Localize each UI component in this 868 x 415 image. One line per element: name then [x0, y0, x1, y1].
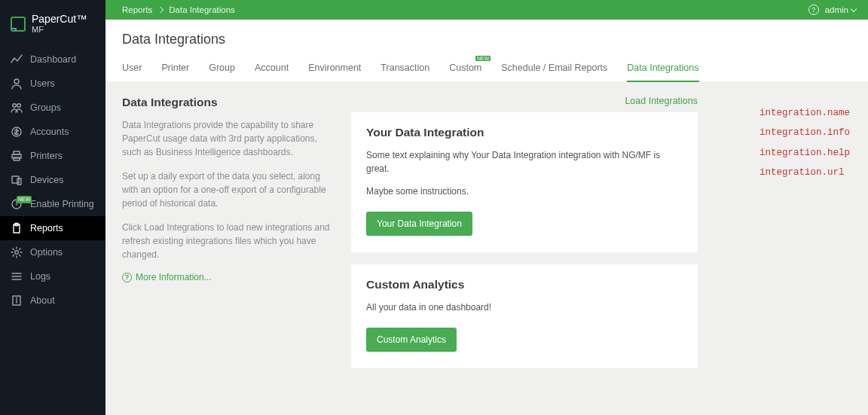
tab-custom[interactable]: CustomNEW — [449, 63, 481, 81]
groups-icon — [11, 102, 23, 114]
tab-label: Transaction — [381, 63, 429, 73]
tab-account[interactable]: Account — [255, 63, 289, 81]
sidebar-item-dashboard[interactable]: Dashboard — [0, 47, 105, 72]
info-column: Data Integrations Data Integrations prov… — [122, 96, 333, 401]
about-icon — [11, 294, 23, 307]
page-title: Data Integrations — [122, 32, 851, 47]
card-text: All your data in one dashboard! — [366, 301, 683, 314]
brand-name: PaperCut™ MF — [32, 14, 87, 34]
tab-transaction[interactable]: Transaction — [381, 63, 429, 81]
tab-group[interactable]: Group — [209, 63, 235, 81]
tab-data-integrations[interactable]: Data Integrations — [627, 63, 698, 82]
chevron-right-icon — [157, 7, 164, 13]
cards-column: Load Integrations Your Data Integration … — [351, 96, 698, 401]
info-paragraph: Data Integrations provide the capability… — [122, 118, 333, 159]
sidebar: PaperCut™ MF Dashboard Users Groups Acco… — [0, 0, 105, 415]
tab-environment[interactable]: Environment — [308, 63, 361, 81]
sidebar-item-label: Accounts — [30, 127, 69, 137]
breadcrumb-reports[interactable]: Reports — [122, 5, 152, 14]
user-menu[interactable]: admin — [825, 5, 856, 14]
sidebar-item-devices[interactable]: Devices — [0, 168, 105, 192]
device-icon — [11, 174, 23, 186]
printer-icon — [11, 150, 23, 162]
svg-point-3 — [17, 104, 21, 108]
question-icon: ? — [122, 273, 132, 282]
brand: PaperCut™ MF — [0, 0, 105, 47]
options-icon — [11, 246, 23, 258]
annotation-text: integration.info — [760, 123, 850, 142]
sidebar-item-enable-printing[interactable]: NEW Enable Printing — [0, 192, 105, 216]
svg-point-13 — [15, 251, 18, 254]
sidebar-item-label: Reports — [30, 223, 63, 233]
sidebar-item-users[interactable]: Users — [0, 72, 105, 96]
tab-label: Schedule / Email Reports — [501, 63, 607, 73]
tab-label: User — [122, 63, 142, 73]
tab-label: Environment — [308, 63, 361, 73]
sidebar-item-label: Users — [30, 78, 55, 89]
your-data-integration-button[interactable]: Your Data Integration — [366, 212, 472, 236]
sidebar-item-label: Dashboard — [30, 54, 76, 65]
tab-label: Account — [255, 63, 289, 73]
chevron-down-icon — [851, 5, 857, 11]
logs-icon — [11, 270, 23, 282]
more-info-link[interactable]: ? More Information... — [122, 272, 333, 282]
tab-label: Data Integrations — [627, 63, 698, 73]
more-info-label: More Information... — [136, 272, 212, 282]
tab-user[interactable]: User — [122, 63, 142, 81]
new-badge: NEW — [17, 196, 32, 203]
sidebar-item-printers[interactable]: Printers — [0, 144, 105, 168]
annotation-text: integration.help — [760, 143, 850, 163]
integration-card: Your Data Integration Some text explaini… — [351, 112, 698, 252]
tab-printer[interactable]: Printer — [161, 63, 189, 81]
info-paragraph: Click Load Integrations to load new inte… — [122, 221, 333, 261]
section-title: Data Integrations — [122, 96, 333, 109]
tab-label: Printer — [161, 63, 189, 73]
sidebar-item-label: About — [30, 295, 55, 306]
help-icon[interactable]: ? — [808, 5, 819, 15]
sidebar-item-label: Logs — [30, 271, 50, 282]
page-header: Data Integrations — [105, 20, 868, 47]
sidebar-item-accounts[interactable]: Accounts — [0, 120, 105, 144]
card-text: Maybe some instructions. — [366, 185, 683, 198]
annotation-text: integration.url — [760, 163, 850, 182]
sidebar-item-label: Groups — [30, 102, 61, 113]
breadcrumb: Reports Data Integrations — [122, 5, 235, 14]
user-icon — [11, 78, 23, 90]
sidebar-item-about[interactable]: About — [0, 288, 105, 313]
info-paragraph: Set up a daily export of the data you se… — [122, 169, 333, 210]
sidebar-item-label: Options — [30, 247, 63, 258]
svg-point-2 — [13, 104, 17, 108]
tab-label: Group — [209, 63, 235, 73]
dashboard-icon — [11, 53, 23, 66]
user-name: admin — [825, 5, 848, 14]
svg-point-1 — [14, 79, 19, 84]
svg-point-19 — [17, 298, 17, 298]
custom-analytics-button[interactable]: Custom Analytics — [366, 328, 457, 352]
card-text: Some text explaining why Your Data Integ… — [366, 148, 683, 175]
reports-icon — [11, 222, 23, 234]
annotation-text: integration.name — [760, 103, 850, 123]
new-badge: NEW — [475, 56, 491, 61]
sidebar-item-logs[interactable]: Logs — [0, 264, 105, 288]
tab-label: Custom — [449, 63, 481, 73]
load-integrations-link[interactable]: Load Integrations — [351, 96, 698, 106]
svg-rect-7 — [14, 157, 20, 160]
accounts-icon — [11, 126, 23, 138]
tab-schedule-email-reports[interactable]: Schedule / Email Reports — [501, 63, 607, 81]
topbar: Reports Data Integrations ? admin — [105, 0, 868, 20]
integration-card: Custom Analytics All your data in one da… — [351, 264, 698, 368]
card-title: Your Data Integration — [366, 126, 683, 139]
sidebar-item-options[interactable]: Options — [0, 240, 105, 264]
sidebar-item-groups[interactable]: Groups — [0, 96, 105, 120]
sidebar-item-reports[interactable]: Reports — [0, 216, 105, 240]
main: Reports Data Integrations ? admin Data I… — [105, 0, 868, 415]
sidebar-item-label: Devices — [30, 175, 63, 185]
card-title: Custom Analytics — [366, 278, 683, 291]
tabs: UserPrinterGroupAccountEnvironmentTransa… — [105, 47, 868, 82]
sidebar-item-label: Printers — [30, 151, 63, 161]
breadcrumb-data-integrations[interactable]: Data Integrations — [169, 5, 235, 14]
dev-annotations: integration.name integration.info integr… — [760, 103, 850, 182]
sidebar-item-label: Enable Printing — [30, 199, 94, 209]
content: Data Integrations Data Integrations prov… — [105, 82, 868, 415]
brand-logo-icon — [9, 15, 27, 33]
